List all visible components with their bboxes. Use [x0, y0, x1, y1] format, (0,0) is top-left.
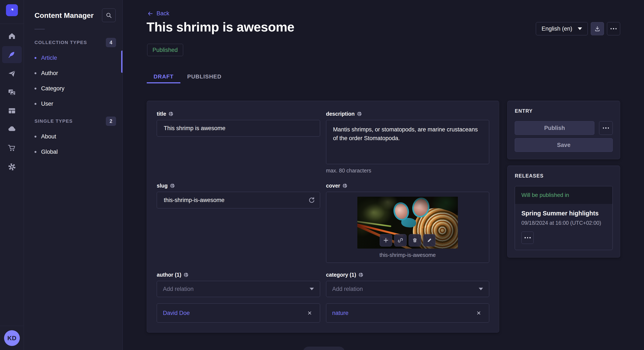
sidebar-item-about[interactable]: About	[24, 129, 122, 144]
delete-media-button[interactable]	[409, 234, 421, 246]
more-horizontal-icon	[603, 127, 609, 129]
sidebar-item-global[interactable]: Global	[24, 144, 122, 160]
globe-icon	[342, 183, 348, 188]
side-column: ENTRY Publish Save RELEASES Will be publ…	[507, 101, 620, 257]
description-field: description Mantis shrimps, or stomatopo…	[326, 111, 490, 174]
regenerate-slug-button[interactable]	[308, 197, 315, 204]
globe-icon	[357, 111, 362, 117]
back-link[interactable]: Back	[147, 10, 169, 17]
cover-field: cover	[326, 183, 490, 263]
sidebar-item-marketplace[interactable]	[2, 140, 22, 157]
entry-more-button[interactable]	[599, 121, 613, 135]
entry-panel-title: ENTRY	[515, 108, 613, 114]
add-media-button[interactable]	[380, 234, 392, 246]
author-relation-item: David Doe	[157, 303, 320, 323]
download-icon	[594, 25, 600, 32]
remove-category-relation-button[interactable]	[474, 309, 483, 317]
sidebar-item-content-type-builder[interactable]	[2, 102, 22, 119]
bullet-icon	[34, 103, 36, 105]
tab-draft[interactable]: DRAFT	[147, 71, 180, 82]
sidebar-item-category[interactable]: Category	[24, 81, 122, 96]
sidebar-item-settings[interactable]	[2, 159, 22, 175]
bullet-icon	[34, 151, 36, 153]
sidebar-item-label: Category	[41, 85, 64, 92]
remove-author-relation-button[interactable]	[306, 309, 314, 317]
search-button[interactable]	[102, 8, 116, 22]
main-nav: KD	[0, 0, 24, 350]
tab-published[interactable]: PUBLISHED	[180, 71, 228, 82]
release-status: Will be published in	[515, 186, 612, 204]
main-content: Back This shrimp is awesome Published En…	[123, 0, 644, 350]
active-item-indicator	[121, 51, 122, 73]
content-manager-subnav: Content Manager COLLECTION TYPES 4 Artic…	[24, 0, 123, 350]
globe-icon	[170, 183, 175, 188]
author-field: author (1) Add relation David Doe	[157, 272, 320, 323]
bullet-icon	[34, 88, 36, 90]
publish-button[interactable]: Publish	[515, 121, 594, 135]
sidebar-item-label: User	[41, 101, 53, 107]
collection-types-section: COLLECTION TYPES 4 Article Author Catego…	[24, 37, 122, 111]
cover-media-card: this-shrimp-is-awesome	[326, 192, 490, 263]
author-relation-link[interactable]: David Doe	[163, 310, 190, 316]
releases-panel-title: RELEASES	[515, 173, 613, 179]
sidebar-item-label: Author	[41, 70, 58, 77]
close-icon	[307, 310, 312, 316]
single-types-section: SINGLE TYPES 2 About Global	[24, 116, 122, 160]
header-actions: English (en)	[536, 22, 620, 35]
section-label: SINGLE TYPES	[34, 118, 72, 124]
title-field-label: title	[157, 111, 166, 117]
scroll-peek-toolbar	[303, 347, 345, 350]
category-relation-select[interactable]: Add relation	[326, 281, 490, 297]
plus-icon	[383, 237, 389, 243]
locale-value: English (en)	[542, 25, 572, 32]
shopping-cart-icon	[7, 143, 16, 153]
title-input[interactable]	[157, 120, 320, 137]
locale-select[interactable]: English (en)	[536, 22, 588, 35]
description-textarea[interactable]: Mantis shrimps, or stomatopods, are mari…	[326, 120, 490, 164]
avatar[interactable]: KD	[4, 330, 20, 346]
sidebar-item-media-library[interactable]	[2, 84, 22, 101]
slug-input[interactable]	[157, 192, 320, 208]
title-field: title	[157, 111, 320, 174]
search-icon	[106, 12, 112, 18]
release-more-button[interactable]	[521, 232, 534, 244]
category-field: category (1) Add relation nature	[326, 272, 490, 323]
sidebar-item-label: Article	[41, 55, 57, 61]
sidebar-item-home[interactable]	[2, 28, 22, 45]
sidebar-item-releases[interactable]	[2, 65, 22, 82]
category-relation-link[interactable]: nature	[332, 310, 348, 316]
globe-icon	[358, 272, 364, 278]
slug-field: slug	[157, 183, 320, 263]
author-relation-select[interactable]: Add relation	[157, 281, 320, 297]
sidebar-item-label: Global	[41, 149, 58, 155]
back-label: Back	[156, 10, 169, 17]
author-field-label: author (1)	[157, 272, 181, 278]
bullet-icon	[34, 57, 36, 59]
sidebar-item-article[interactable]: Article	[24, 50, 122, 65]
chevron-down-icon	[578, 27, 582, 30]
version-tabs: DRAFT PUBLISHED	[147, 71, 228, 82]
collection-types-count-badge: 4	[106, 38, 116, 47]
export-button[interactable]	[591, 22, 604, 35]
feather-icon	[7, 50, 16, 59]
sidebar-item-cloud[interactable]	[2, 121, 22, 138]
sidebar-item-user[interactable]: User	[24, 96, 122, 111]
subnav-title: Content Manager	[34, 11, 94, 19]
edit-media-button[interactable]	[423, 234, 436, 246]
sidebar-item-author[interactable]: Author	[24, 65, 122, 81]
paper-plane-icon	[7, 69, 16, 78]
strapi-logo[interactable]	[6, 4, 18, 16]
arrow-left-icon	[147, 11, 153, 16]
copy-link-button[interactable]	[394, 234, 406, 246]
more-horizontal-icon	[524, 237, 531, 238]
sidebar-item-content-manager[interactable]	[2, 46, 22, 63]
header-more-button[interactable]	[607, 22, 620, 35]
single-types-count-badge: 2	[106, 117, 116, 126]
globe-icon	[168, 111, 174, 117]
chevron-down-icon	[479, 288, 483, 290]
save-button[interactable]: Save	[515, 138, 613, 152]
pencil-icon	[426, 237, 432, 243]
layout-icon	[7, 106, 16, 116]
category-relation-placeholder: Add relation	[332, 286, 363, 292]
cover-caption: this-shrimp-is-awesome	[380, 252, 436, 258]
